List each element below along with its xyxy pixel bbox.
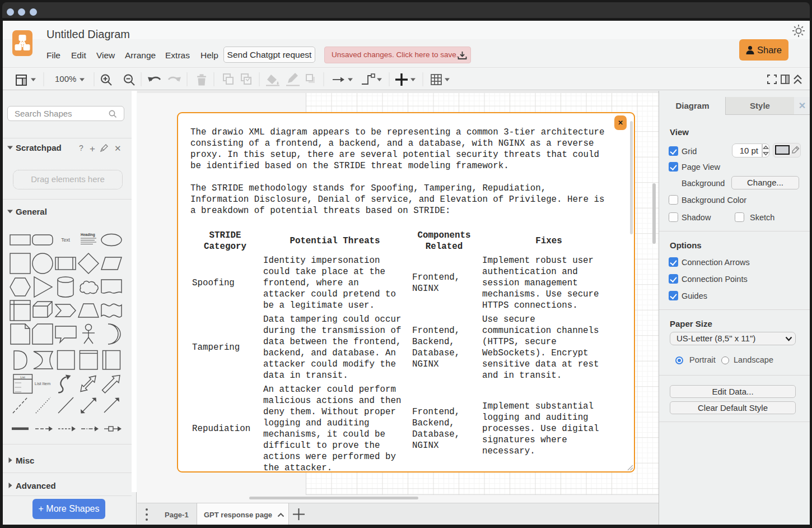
svg-text:Text: Text (61, 237, 70, 243)
svg-text:List Item: List Item (35, 381, 50, 386)
svg-text:Heading: Heading (81, 233, 95, 237)
svg-text:List: List (20, 376, 25, 379)
